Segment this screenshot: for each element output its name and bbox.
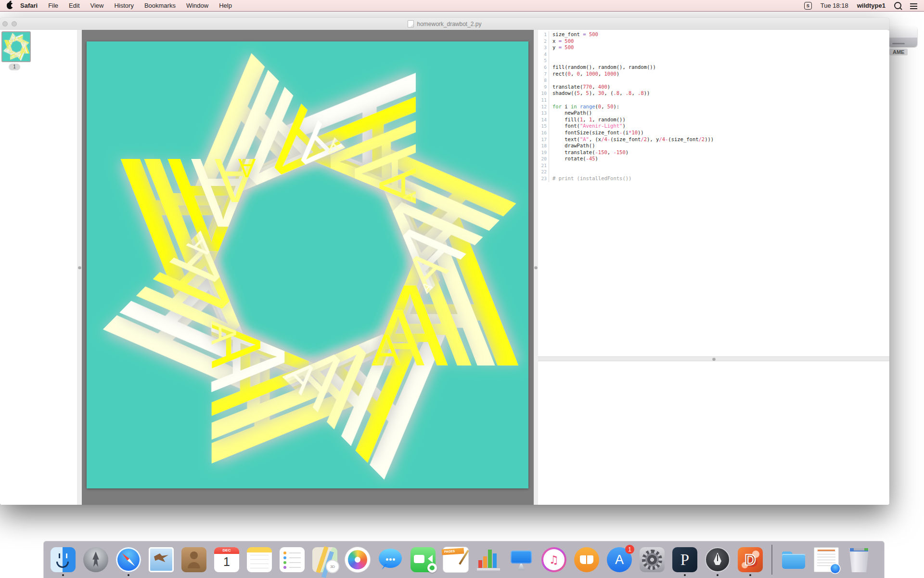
code-text: drawPath() [549,143,595,149]
code-splitter[interactable] [534,30,538,505]
app-store-badge: 1 [625,545,634,554]
document-proxy-icon[interactable] [408,20,414,27]
window-title-bar[interactable]: homework_drawbot_2.py [0,18,889,30]
app-menus: SafariFileEditViewHistoryBookmarksWindow… [15,0,237,11]
menu-item-safari[interactable]: Safari [15,2,43,9]
splitter-grip-icon[interactable] [712,357,716,361]
page-thumbnail[interactable]: AAAAAAAAAAAAAAAAAAAAAAAAAAAAAAAAAAAAAAAA… [1,31,31,62]
dock-robofont-icon[interactable] [705,547,730,572]
dock-notes-icon[interactable] [247,547,272,572]
dock-messages-icon[interactable] [378,547,403,572]
dock-mail-icon[interactable] [149,547,174,572]
code-line[interactable]: 14 fill(1, 1, random()) [538,117,889,123]
dock-keynote-icon[interactable] [509,547,534,572]
code-line[interactable]: 15 font("Avenir-Light") [538,123,889,130]
code-line[interactable]: 1size_font = 500 [538,31,889,38]
code-line[interactable]: 9translate(770, 400) [538,84,889,91]
line-number: 8 [538,77,549,84]
dock-item [476,543,501,577]
dock-processing-icon[interactable]: P [672,547,697,572]
dock-trash-icon[interactable] [847,547,872,572]
dock-launchpad-icon[interactable] [83,547,108,572]
running-indicator-dot [62,574,64,576]
code-line[interactable]: 7rect(0, 0, 1000, 1000) [538,71,889,78]
line-number: 22 [538,169,549,175]
dock-drawbot-icon[interactable]: D [738,547,763,572]
sidebar-splitter[interactable] [77,30,82,505]
code-line[interactable]: 4 [538,51,889,58]
code-line[interactable]: 19 translate(-150, -150) [538,149,889,156]
dock-app-store-icon[interactable]: A1 [607,547,632,572]
svg-text:A: A [238,153,256,183]
menu-item-help[interactable]: Help [214,2,237,9]
calendar-month: DEC [214,548,239,552]
code-line[interactable]: 3y = 500 [538,44,889,51]
code-line[interactable]: 18 drawPath() [538,143,889,149]
dock-calendar-icon[interactable]: DEC1 [214,547,239,572]
canvas-pane[interactable]: AAAAAAAAAAAAAAAAAAAAAAAAAAAAAAAAAAAAAAAA… [82,30,534,505]
dock-ibooks-icon[interactable] [574,547,599,572]
dock-item [181,543,206,577]
code-line[interactable]: 13 newPath() [538,110,889,117]
dock-item: P [672,543,697,577]
code-text: y = 500 [549,44,574,51]
dock-maps-icon[interactable]: 3D [312,547,337,572]
code-line[interactable]: 2x = 500 [538,38,889,45]
dock-numbers-icon[interactable] [476,547,501,572]
spotlight-search-icon[interactable] [894,2,901,9]
dock-facetime-icon[interactable] [411,547,436,572]
dock-documents-stack-icon[interactable] [814,547,839,572]
code-text: text("A", (x/4-(size_font/2), y/4-(size_… [549,136,714,143]
code-line[interactable]: 17 text("A", (x/4-(size_font/2), y/4-(si… [538,136,889,143]
title-wrap: homework_drawbot_2.py [0,18,889,30]
dock-item [781,543,806,577]
code-line[interactable]: 21 [538,162,889,169]
dock-photos-icon[interactable] [345,547,370,572]
desktop: AME SafariFileEditViewHistoryBookmarksWi… [0,0,924,578]
dock-separator [771,545,772,575]
splitter-grip-icon[interactable] [78,266,81,269]
code-line[interactable]: 10shadow((5, 5), 30, (.8, .8, .8)) [538,90,889,97]
code-line[interactable]: 5 [538,57,889,64]
menu-item-view[interactable]: View [85,2,109,9]
output-splitter[interactable] [538,356,889,361]
splitter-grip-icon[interactable] [534,266,538,269]
code-text [549,57,552,64]
notification-center-icon[interactable] [910,3,917,4]
dock-item [509,543,534,577]
menu-item-history[interactable]: History [109,2,139,9]
dock-safari-icon[interactable] [116,547,141,572]
dock-item [705,543,730,577]
dock-itunes-icon[interactable] [541,547,566,572]
menu-item-window[interactable]: Window [181,2,214,9]
menu-item-file[interactable]: File [43,2,64,9]
dock-contacts-icon[interactable] [181,547,206,572]
line-number: 18 [538,143,549,149]
dock-finder-icon[interactable] [51,547,76,572]
code-line[interactable]: 16 fontSize(size_font-(i*10)) [538,130,889,136]
output-console[interactable] [538,361,889,505]
code-line[interactable]: 11 [538,97,889,104]
code-line[interactable]: 12for i in range(0, 50): [538,104,889,110]
line-number: 12 [538,104,549,110]
menu-user[interactable]: wildtype1 [857,2,886,9]
menu-item-bookmarks[interactable]: Bookmarks [139,2,181,9]
code-line[interactable]: 6fill(random(), random(), random()) [538,64,889,71]
dock-item [541,543,566,577]
shield-status-icon[interactable]: S [804,2,812,10]
dock-downloads-folder-icon[interactable] [781,547,806,572]
dock-system-preferences-icon[interactable] [640,547,665,572]
svg-text:A: A [372,357,378,368]
code-line[interactable]: 20 rotate(-45) [538,156,889,162]
menu-item-edit[interactable]: Edit [64,2,85,9]
dock-reminders-icon[interactable] [280,547,305,572]
code-line[interactable]: 22 [538,169,889,175]
code-text: x = 500 [549,38,574,45]
menu-clock[interactable]: Tue 18:18 [821,2,848,9]
dock-pages-icon[interactable]: PAGES [443,547,468,572]
code-editor[interactable]: 1size_font = 5002x = 5003y = 500456fill(… [538,30,889,358]
code-line[interactable]: 8 [538,77,889,84]
apple-menu-icon[interactable] [7,2,13,9]
code-line[interactable]: 23# print (installedFonts()) [538,175,889,182]
code-text: rect(0, 0, 1000, 1000) [549,71,619,78]
